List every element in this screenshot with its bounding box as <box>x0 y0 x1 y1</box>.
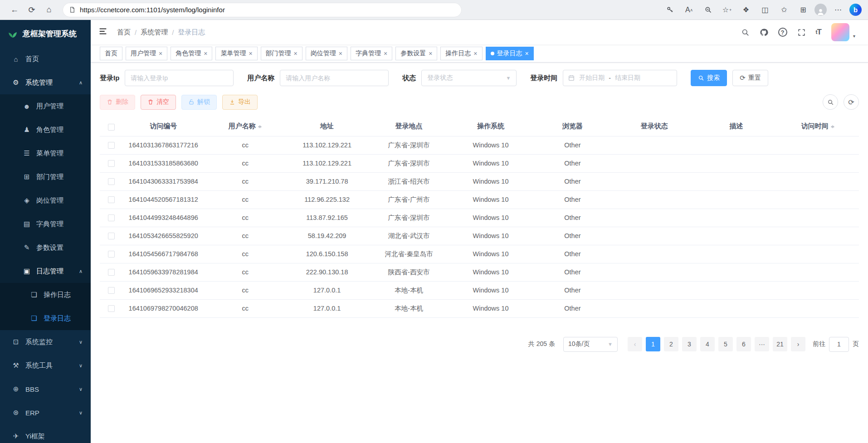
sidebar-item-home[interactable]: ⌂ 首页 <box>0 47 91 71</box>
row-checkbox[interactable] <box>108 305 115 312</box>
table-row[interactable]: 1641044520567181312 cc 112.96.225.132 广东… <box>100 190 859 209</box>
row-checkbox[interactable] <box>108 196 115 203</box>
sidebar-item-role-mgmt[interactable]: ♟ 角色管理 <box>0 118 91 141</box>
tab-close-icon[interactable]: × <box>525 50 529 57</box>
tab-item[interactable]: 部门管理 × <box>261 47 302 60</box>
login-ip-input[interactable] <box>125 70 234 86</box>
sidebar-toggle-icon[interactable] <box>98 26 110 38</box>
zoom-icon[interactable] <box>700 3 716 17</box>
table-row[interactable]: 1641069652933218304 cc 127.0.0.1 本地-本机 W… <box>100 281 859 299</box>
table-row[interactable]: 1641069798270046208 cc 127.0.0.1 本地-本机 W… <box>100 299 859 317</box>
unlock-button[interactable]: 解锁 <box>181 95 217 110</box>
row-checkbox[interactable] <box>108 142 115 149</box>
page-number-button[interactable]: 1 <box>646 337 660 351</box>
username-input[interactable] <box>280 70 389 86</box>
favorites-bar-icon[interactable]: ✩ <box>776 3 792 17</box>
column-header[interactable]: 用户名称 <box>204 117 286 136</box>
sidebar-item-dict-mgmt[interactable]: ▤ 字典管理 <box>0 212 91 236</box>
row-checkbox[interactable] <box>108 233 115 239</box>
tab-item[interactable]: 岗位管理 × <box>306 47 347 60</box>
header-search-icon[interactable] <box>741 28 750 37</box>
row-checkbox[interactable] <box>108 178 115 185</box>
github-icon[interactable] <box>760 28 768 37</box>
row-checkbox[interactable] <box>108 214 115 221</box>
page-number-button[interactable]: 4 <box>700 337 715 351</box>
sidebar-item-system-mgmt[interactable]: ⚙ 系统管理 <box>0 71 91 94</box>
browser-back-button[interactable]: ← <box>6 2 23 18</box>
tab-item[interactable]: 角色管理 × <box>171 47 212 60</box>
sidebar-item-system-monitor[interactable]: ⊡ 系统监控 <box>0 330 91 354</box>
breadcrumb-system-mgmt[interactable]: 系统管理 <box>141 28 168 37</box>
browser-address-bar[interactable]: https://ccnetcore.com:1101/system/log/lo… <box>63 3 462 17</box>
tab-item[interactable]: 字典管理 × <box>351 47 392 60</box>
extensions-icon[interactable]: ❖ <box>738 3 754 17</box>
tab-close-icon[interactable]: × <box>429 50 432 57</box>
select-all-checkbox[interactable] <box>108 124 115 131</box>
next-page-button[interactable]: › <box>791 337 805 351</box>
page-number-button[interactable]: 2 <box>664 337 678 351</box>
tab-item[interactable]: 首页 × <box>100 47 122 60</box>
prev-page-button[interactable]: ‹ <box>628 337 642 351</box>
page-number-button[interactable]: 5 <box>718 337 733 351</box>
table-row[interactable]: 1641044993248464896 cc 113.87.92.165 广东省… <box>100 209 859 227</box>
export-button[interactable]: 导出 <box>222 95 258 110</box>
tab-item[interactable]: 用户管理 × <box>126 47 167 60</box>
table-row[interactable]: 1641059633978281984 cc 222.90.130.18 陕西省… <box>100 263 859 281</box>
page-number-button[interactable]: 3 <box>682 337 697 351</box>
clear-button[interactable]: 清空 <box>141 95 176 110</box>
sidebar-item-login-log[interactable]: ❏ 登录日志 <box>0 307 91 330</box>
column-header[interactable]: 访问时间 <box>777 117 859 136</box>
sidebar-item-operation-log[interactable]: ❏ 操作日志 <box>0 283 91 307</box>
split-screen-icon[interactable]: ◫ <box>757 3 773 17</box>
reset-button[interactable]: ⟳ 重置 <box>732 70 768 86</box>
tab-close-icon[interactable]: × <box>473 50 477 57</box>
user-avatar[interactable] <box>831 23 849 41</box>
row-checkbox[interactable] <box>108 160 115 167</box>
tab-item[interactable]: 操作日志 × <box>440 47 482 60</box>
copilot-icon[interactable]: b <box>849 4 862 16</box>
search-button[interactable]: 搜索 <box>691 70 727 86</box>
browser-menu-icon[interactable]: ⋯ <box>830 3 846 17</box>
sidebar-item-dept-mgmt[interactable]: ⊞ 部门管理 <box>0 165 91 189</box>
table-row[interactable]: 1641043063331753984 cc 39.171.210.78 浙江省… <box>100 172 859 190</box>
key-icon[interactable] <box>662 3 678 17</box>
tab-close-icon[interactable]: × <box>159 50 162 57</box>
collections-icon[interactable]: ⊞ <box>795 3 811 17</box>
row-checkbox[interactable] <box>108 269 115 276</box>
page-size-select[interactable]: 10条/页 ▼ <box>563 337 618 352</box>
browser-refresh-button[interactable]: ⟳ <box>24 2 40 18</box>
login-time-range-picker[interactable]: 开始日期 - 结束日期 <box>563 70 677 86</box>
browser-home-button[interactable]: ⌂ <box>41 2 57 18</box>
tab-close-icon[interactable]: × <box>384 50 387 57</box>
refresh-table-button[interactable]: ⟳ <box>844 94 859 110</box>
page-number-button[interactable]: 21 <box>773 337 787 351</box>
page-number-button[interactable]: 6 <box>736 337 751 351</box>
fullscreen-icon[interactable] <box>797 28 806 37</box>
read-aloud-icon[interactable]: Aʌ <box>681 3 697 17</box>
row-checkbox[interactable] <box>108 251 115 258</box>
page-number-button[interactable]: ··· <box>755 337 769 351</box>
toggle-search-button[interactable] <box>823 94 838 110</box>
browser-profile-avatar[interactable] <box>814 4 827 16</box>
tab-close-icon[interactable]: × <box>339 50 342 57</box>
tab-close-icon[interactable]: × <box>294 50 297 57</box>
row-checkbox[interactable] <box>108 287 115 294</box>
sidebar-item-erp[interactable]: ⊛ ERP <box>0 401 91 424</box>
add-favorite-icon[interactable]: ☆+ <box>719 3 735 17</box>
sidebar-item-bbs[interactable]: ⊕ BBS <box>0 377 91 401</box>
sidebar-item-menu-mgmt[interactable]: ☰ 菜单管理 <box>0 141 91 165</box>
table-row[interactable]: 1641031367863177216 cc 113.102.129.221 广… <box>100 136 859 154</box>
goto-page-input[interactable] <box>829 337 849 352</box>
sidebar-item-log-mgmt[interactable]: ▣ 日志管理 <box>0 259 91 283</box>
table-row[interactable]: 1641054566717984768 cc 120.6.150.158 河北省… <box>100 245 859 263</box>
table-row[interactable]: 1641053426655825920 cc 58.19.42.209 湖北省-… <box>100 227 859 245</box>
sidebar-item-yi-framework[interactable]: ✈ Yi框架 <box>0 424 91 443</box>
help-icon[interactable]: ? <box>778 28 787 37</box>
sidebar-item-post-mgmt[interactable]: ◈ 岗位管理 <box>0 189 91 212</box>
tab-close-icon[interactable]: × <box>249 50 252 57</box>
sidebar-item-system-tools[interactable]: ⚒ 系统工具 <box>0 354 91 377</box>
table-row[interactable]: 1641031533185863680 cc 113.102.129.221 广… <box>100 154 859 172</box>
font-size-icon[interactable]: tT <box>816 28 821 37</box>
tab-item[interactable]: 参数设置 × <box>395 47 437 60</box>
sidebar-item-user-mgmt[interactable]: ☻ 用户管理 <box>0 94 91 118</box>
